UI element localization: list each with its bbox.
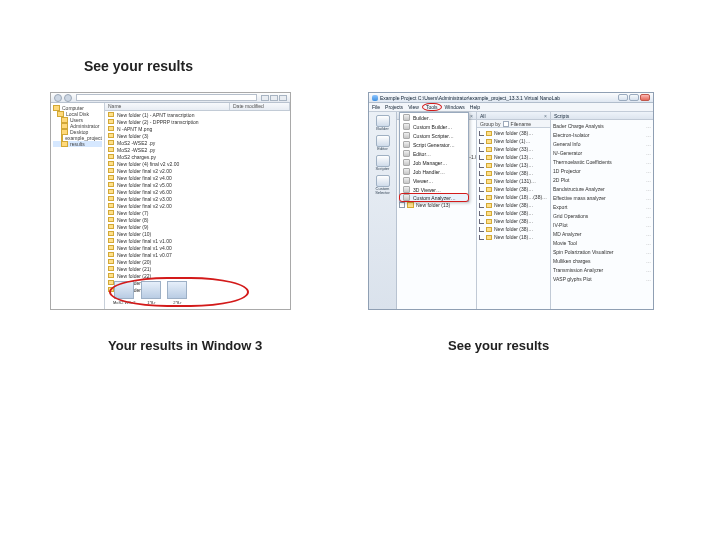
- menu-item[interactable]: Job Manager…: [400, 158, 468, 167]
- list-row[interactable]: New folder (20): [105, 258, 290, 265]
- menu-item[interactable]: Custom Scripter…: [400, 131, 468, 140]
- group-dropdown[interactable]: [503, 121, 509, 127]
- script-row[interactable]: VASP glyphs Plot: [553, 274, 651, 283]
- result-thumb[interactable]: MoS2 WSe2: [113, 281, 135, 305]
- group-row[interactable]: New folder (13)…: [479, 161, 548, 169]
- group-row[interactable]: New folder (38)…: [479, 185, 548, 193]
- tools-menu-dropdown[interactable]: Builder…Custom Builder…Custom Scripter…S…: [399, 112, 469, 202]
- list-row[interactable]: New folder (4) final v2 v2.00: [105, 160, 290, 167]
- result-thumb[interactable]: 2*8.r: [167, 281, 187, 305]
- list-row[interactable]: MoS2 charges.py: [105, 153, 290, 160]
- minimize-button[interactable]: [261, 95, 269, 101]
- script-row[interactable]: Bader Charge Analysis: [553, 121, 651, 130]
- group-row[interactable]: New folder (38)…: [479, 225, 548, 233]
- group-row[interactable]: New folder (38)…: [479, 217, 548, 225]
- panel-close-icon[interactable]: ×: [544, 113, 547, 119]
- menu-tools[interactable]: Tools: [422, 103, 442, 111]
- group-row[interactable]: New folder (38)…: [479, 201, 548, 209]
- list-row[interactable]: New folder final v2 v4.00: [105, 174, 290, 181]
- list-row[interactable]: MoS2 -WSE2 .py: [105, 139, 290, 146]
- tree-node[interactable]: results: [53, 141, 102, 147]
- script-row[interactable]: N/-Generator: [553, 148, 651, 157]
- menubar[interactable]: FileProjectsViewToolsWindowsHelp: [369, 103, 653, 112]
- list-row[interactable]: New folder final v2 v2.00: [105, 167, 290, 174]
- group-row[interactable]: New folder (18)…(38)…: [479, 193, 548, 201]
- list-row[interactable]: New folder final v1 v1.00: [105, 237, 290, 244]
- script-row[interactable]: Electron-Isolator: [553, 130, 651, 139]
- menu-item[interactable]: Editor…: [400, 149, 468, 158]
- group-row[interactable]: New folder (38)…: [479, 209, 548, 217]
- list-row[interactable]: New folder (9): [105, 223, 290, 230]
- script-row[interactable]: Mulliken charges: [553, 256, 651, 265]
- group-row[interactable]: New folder (13)…: [479, 153, 548, 161]
- group-row[interactable]: New folder (38)…: [479, 129, 548, 137]
- maximize-button[interactable]: [270, 95, 278, 101]
- group-row[interactable]: New folder (33)…: [479, 145, 548, 153]
- menu-file[interactable]: File: [372, 104, 380, 110]
- group-row[interactable]: New folder (18)…: [479, 233, 548, 241]
- script-row[interactable]: MD Analyzer: [553, 229, 651, 238]
- script-row[interactable]: IV-Plot: [553, 220, 651, 229]
- list-row[interactable]: New folder (21): [105, 265, 290, 272]
- sidebar-item[interactable]: Editor: [370, 135, 396, 151]
- list-row[interactable]: MoS2 -WSE2 .py: [105, 146, 290, 153]
- list-row[interactable]: New folder (7): [105, 209, 290, 216]
- list-row[interactable]: New folder final v2 v2.00: [105, 202, 290, 209]
- list-row[interactable]: New folder final v1 v4.00: [105, 244, 290, 251]
- list-row[interactable]: New folder (22): [105, 272, 290, 279]
- script-row[interactable]: Spin Polarization Visualizer: [553, 247, 651, 256]
- panel-close-icon[interactable]: ×: [470, 113, 473, 119]
- script-row[interactable]: Effective mass analyzer: [553, 193, 651, 202]
- nav-forward-button[interactable]: [64, 94, 72, 102]
- menu-item[interactable]: Job Handler…: [400, 167, 468, 176]
- list-row[interactable]: New folder final v1 v0.07: [105, 251, 290, 258]
- menu-item[interactable]: Viewer…: [400, 176, 468, 185]
- list-row[interactable]: New folder (3): [105, 132, 290, 139]
- script-row[interactable]: Export: [553, 202, 651, 211]
- sidebar-item[interactable]: Builder: [370, 115, 396, 131]
- script-row[interactable]: Transmission Analyzer: [553, 265, 651, 274]
- list-row[interactable]: New folder final v2 v5.00: [105, 181, 290, 188]
- list-row[interactable]: New folder (10): [105, 230, 290, 237]
- group-row[interactable]: New folder (38)…: [479, 169, 548, 177]
- tool-sidebar[interactable]: BuilderEditorScripterCustom Selector: [369, 112, 397, 309]
- group-row[interactable]: New folder (131)…: [479, 177, 548, 185]
- list-row[interactable]: New folder (1) - APNT transcription: [105, 111, 290, 118]
- menu-view[interactable]: View: [408, 104, 419, 110]
- list-row[interactable]: New folder final v2 v6.00: [105, 188, 290, 195]
- group-header[interactable]: Group by Filename: [477, 120, 550, 128]
- list-row[interactable]: New folder final v2 v3.00: [105, 195, 290, 202]
- close-button[interactable]: [640, 94, 650, 101]
- menu-help[interactable]: Help: [470, 104, 480, 110]
- script-row[interactable]: General Info: [553, 139, 651, 148]
- menu-item[interactable]: Script Generator…: [400, 140, 468, 149]
- list-row[interactable]: New folder (2) - DPPRP transcription: [105, 118, 290, 125]
- script-row[interactable]: Thermoelastic Coefficients: [553, 157, 651, 166]
- menu-windows[interactable]: Windows: [445, 104, 465, 110]
- menu-item[interactable]: Custom Builder…: [400, 122, 468, 131]
- sidebar-item[interactable]: Custom Selector: [370, 175, 396, 195]
- result-thumb[interactable]: 1*8.r: [141, 281, 161, 305]
- group-row[interactable]: New folder (1)…: [479, 137, 548, 145]
- col-date[interactable]: Date modified: [230, 103, 290, 110]
- close-button[interactable]: [279, 95, 287, 101]
- script-row[interactable]: Grid Operations: [553, 211, 651, 220]
- address-bar[interactable]: [76, 94, 257, 101]
- script-row[interactable]: 2D Plot: [553, 175, 651, 184]
- menu-projects[interactable]: Projects: [385, 104, 403, 110]
- checkbox[interactable]: [399, 202, 405, 208]
- explorer-tree[interactable]: ComputerLocal DiskUsersAdministratorDesk…: [51, 103, 105, 309]
- explorer-list[interactable]: Name Date modified New folder (1) - APNT…: [105, 103, 290, 309]
- col-name[interactable]: Name: [105, 103, 230, 110]
- nav-back-button[interactable]: [54, 94, 62, 102]
- script-row[interactable]: Bandstructure Analyzer: [553, 184, 651, 193]
- script-row[interactable]: Movie Tool: [553, 238, 651, 247]
- menu-item[interactable]: Builder…: [400, 113, 468, 122]
- list-row[interactable]: N -APNT M.png: [105, 125, 290, 132]
- minimize-button[interactable]: [618, 94, 628, 101]
- script-row[interactable]: 1D Projector: [553, 166, 651, 175]
- menu-item[interactable]: Custom Analyzer…: [399, 193, 469, 202]
- maximize-button[interactable]: [629, 94, 639, 101]
- project-file-row[interactable]: New folder (13): [399, 201, 474, 209]
- list-row[interactable]: New folder (8): [105, 216, 290, 223]
